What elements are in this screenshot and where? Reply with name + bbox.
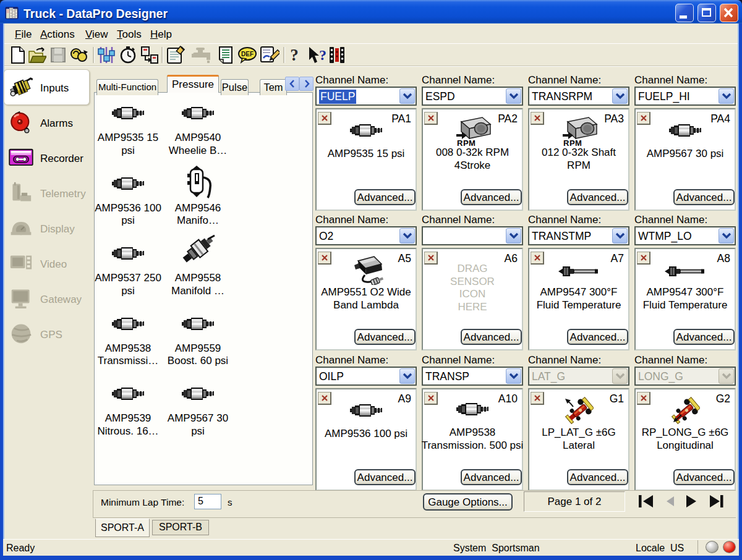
svg-text:?: ? [290,46,299,64]
svg-text:?: ? [319,47,326,63]
svg-text:DEF: DEF [241,51,254,57]
